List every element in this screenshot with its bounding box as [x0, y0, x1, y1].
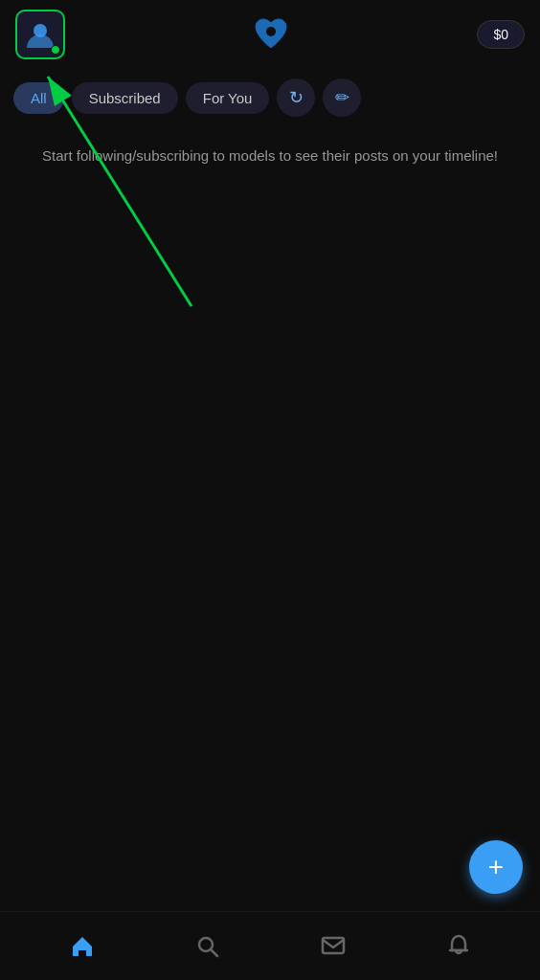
- empty-state-message: Start following/subscribing to models to…: [0, 126, 540, 187]
- refresh-icon: ↻: [289, 87, 304, 108]
- nav-home[interactable]: [54, 918, 111, 975]
- edit-button[interactable]: ✏: [323, 78, 361, 117]
- wallet-button[interactable]: $0: [477, 20, 525, 49]
- avatar-button[interactable]: [15, 10, 65, 59]
- tab-all[interactable]: All: [13, 82, 64, 114]
- bell-icon: [445, 933, 472, 960]
- home-icon: [69, 933, 96, 960]
- nav-search[interactable]: [179, 918, 236, 975]
- search-icon: [194, 933, 221, 960]
- refresh-button[interactable]: ↻: [277, 78, 315, 117]
- bottom-nav: [0, 911, 540, 980]
- tab-for-you[interactable]: For You: [186, 82, 270, 114]
- online-status-dot: [51, 45, 60, 55]
- plus-icon: +: [488, 854, 504, 880]
- create-post-fab[interactable]: +: [469, 840, 523, 894]
- app-logo: [250, 13, 292, 56]
- nav-notifications[interactable]: [430, 918, 487, 975]
- svg-rect-6: [323, 938, 344, 953]
- messages-icon: [320, 933, 347, 960]
- edit-icon: ✏: [335, 87, 349, 108]
- header: $0: [0, 0, 540, 69]
- svg-point-1: [266, 27, 276, 36]
- tab-subscribed[interactable]: Subscribed: [72, 82, 178, 114]
- svg-line-5: [211, 949, 217, 956]
- nav-messages[interactable]: [304, 918, 362, 975]
- filter-bar: All Subscribed For You ↻ ✏: [0, 69, 540, 126]
